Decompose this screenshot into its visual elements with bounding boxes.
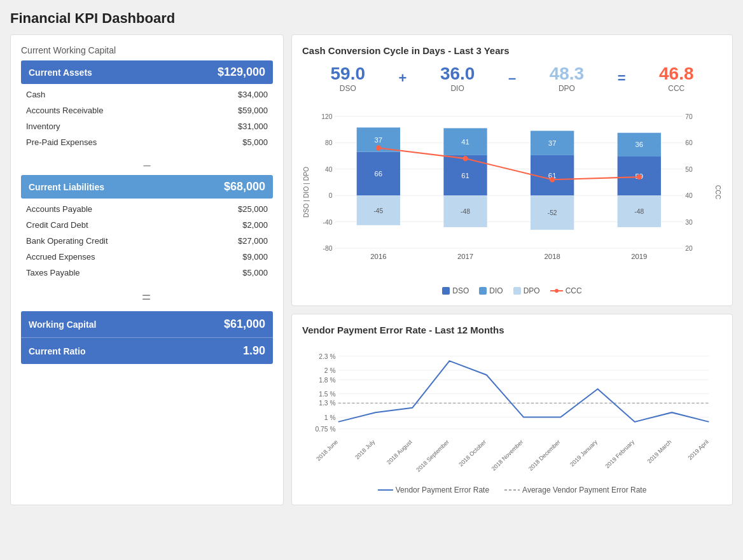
liability-line-item: Accounts Payable$25,000: [21, 201, 273, 217]
svg-text:CCC: CCC: [714, 185, 721, 200]
svg-text:40: 40: [325, 166, 333, 173]
svg-text:2.3 %: 2.3 %: [319, 353, 335, 360]
current-ratio-value: 1.90: [243, 344, 265, 358]
svg-text:1 %: 1 %: [324, 414, 336, 421]
svg-text:2018 December: 2018 December: [527, 438, 562, 472]
svg-text:40: 40: [685, 192, 693, 199]
ccc-legend: DSODIODPOCCC: [302, 286, 722, 295]
asset-line-item: Pre-Paid Expenses$5,000: [21, 134, 273, 150]
svg-text:2018 November: 2018 November: [490, 438, 525, 472]
svg-text:2019: 2019: [631, 253, 647, 260]
dso-metric: 59.0 DSO: [302, 64, 394, 93]
ccc-panel: Cash Conversion Cycle in Days - Last 3 Y…: [291, 34, 733, 306]
liability-name: Accounts Payable: [26, 204, 92, 214]
svg-text:2 %: 2 %: [324, 367, 336, 374]
liability-line-item: Accrued Expenses$9,000: [21, 249, 273, 265]
liability-value: $2,000: [242, 220, 268, 230]
svg-text:2019 February: 2019 February: [604, 438, 635, 470]
svg-text:-48: -48: [634, 208, 644, 215]
svg-point-49: [462, 156, 468, 161]
liability-value: $25,000: [238, 204, 268, 214]
liability-line-item: Bank Operating Credit$27,000: [21, 233, 273, 249]
svg-point-51: [637, 174, 642, 179]
svg-text:-80: -80: [323, 245, 333, 252]
svg-point-50: [550, 177, 555, 182]
svg-text:-48: -48: [461, 208, 470, 215]
asset-value: $59,000: [238, 106, 268, 115]
liability-value: $5,000: [242, 268, 268, 277]
ccc-formula: 59.0 DSO + 36.0 DIO – 48.3 DPO = 46.8 CC…: [302, 64, 722, 93]
current-assets-header: Current Assets $129,000: [21, 60, 273, 84]
asset-line-item: Accounts Receivable$59,000: [21, 102, 273, 118]
svg-text:2018 July: 2018 July: [354, 438, 377, 460]
svg-text:66: 66: [375, 170, 383, 178]
dpo-value: 48.3: [521, 64, 613, 84]
asset-value: $31,000: [238, 122, 268, 131]
section-title: Current Working Capital: [21, 45, 273, 55]
liability-name: Taxes Payable: [26, 268, 80, 277]
vendor-panel: Vendor Payment Error Rate - Last 12 Mont…: [291, 314, 733, 505]
vendor-title: Vendor Payment Error Rate - Last 12 Mont…: [302, 325, 722, 335]
svg-text:41: 41: [461, 138, 469, 146]
svg-text:DSO | DIO | DPO: DSO | DIO | DPO: [303, 167, 310, 218]
working-capital-row: Working Capital $61,000: [21, 311, 273, 338]
dio-value: 36.0: [412, 64, 503, 84]
liability-name: Accrued Expenses: [26, 252, 95, 262]
asset-name: Cash: [26, 90, 45, 99]
liability-line-item: Credit Card Debt$2,000: [21, 217, 273, 233]
page-title: Financial KPI Dashboard: [10, 10, 733, 27]
asset-items: Cash$34,000Accounts Receivable$59,000Inv…: [21, 87, 273, 150]
svg-text:2018: 2018: [545, 253, 560, 260]
legend-dso: DSO: [442, 286, 469, 295]
svg-text:2019 March: 2019 March: [646, 438, 673, 465]
asset-name: Pre-Paid Expenses: [26, 137, 97, 147]
dio-label: DIO: [412, 84, 503, 93]
svg-text:2018 June: 2018 June: [315, 438, 339, 462]
svg-text:120: 120: [321, 113, 332, 120]
dpo-metric: 48.3 DPO: [521, 64, 613, 93]
current-liabilities-label: Current Liabilities: [29, 182, 104, 192]
vendor-legend-item: Vendor Payment Error Rate: [378, 486, 489, 494]
svg-text:1.3 %: 1.3 %: [319, 400, 335, 407]
svg-text:61: 61: [461, 172, 469, 179]
dio-metric: 36.0 DIO: [412, 64, 503, 93]
op3: =: [613, 70, 631, 87]
svg-text:0: 0: [329, 192, 333, 199]
working-capital-panel: Current Working Capital Current Assets $…: [10, 34, 284, 505]
svg-text:20: 20: [685, 245, 693, 252]
ccc-metric: 46.8 CCC: [631, 64, 723, 93]
asset-line-item: Cash$34,000: [21, 87, 273, 102]
current-liabilities-value: $68,000: [224, 180, 265, 193]
asset-value: $5,000: [242, 137, 268, 147]
op2: –: [503, 70, 521, 87]
svg-text:1.5 %: 1.5 %: [319, 391, 335, 398]
asset-value: $34,000: [238, 90, 268, 99]
ccc-value: 46.8: [631, 64, 723, 84]
svg-text:30: 30: [685, 219, 693, 226]
svg-text:37: 37: [375, 136, 383, 144]
svg-text:1.8 %: 1.8 %: [319, 377, 335, 384]
legend-dio: DIO: [479, 286, 503, 295]
legend-dpo: DPO: [513, 286, 540, 295]
svg-text:70: 70: [685, 113, 693, 120]
svg-point-53: [555, 289, 559, 293]
asset-name: Accounts Receivable: [26, 106, 103, 115]
summary-box: Working Capital $61,000 Current Ratio 1.…: [21, 311, 273, 364]
svg-text:2016: 2016: [370, 253, 386, 260]
liability-line-item: Taxes Payable$5,000: [21, 265, 273, 281]
current-assets-label: Current Assets: [29, 67, 92, 78]
equals-symbol: =: [21, 288, 273, 306]
dso-value: 59.0: [302, 64, 394, 84]
svg-text:-40: -40: [323, 219, 333, 226]
minus-symbol: –: [21, 158, 273, 172]
svg-text:2018 October: 2018 October: [457, 438, 487, 467]
op1: +: [394, 70, 412, 87]
svg-point-48: [376, 145, 381, 150]
svg-text:80: 80: [325, 139, 333, 146]
vendor-legend-item: Average Vendor Payment Error Rate: [504, 486, 646, 494]
current-assets-value: $129,000: [218, 66, 265, 79]
svg-text:2019 April: 2019 April: [686, 438, 709, 461]
svg-text:2018 August: 2018 August: [385, 438, 413, 466]
svg-text:50: 50: [685, 166, 693, 173]
svg-text:60: 60: [685, 139, 693, 146]
